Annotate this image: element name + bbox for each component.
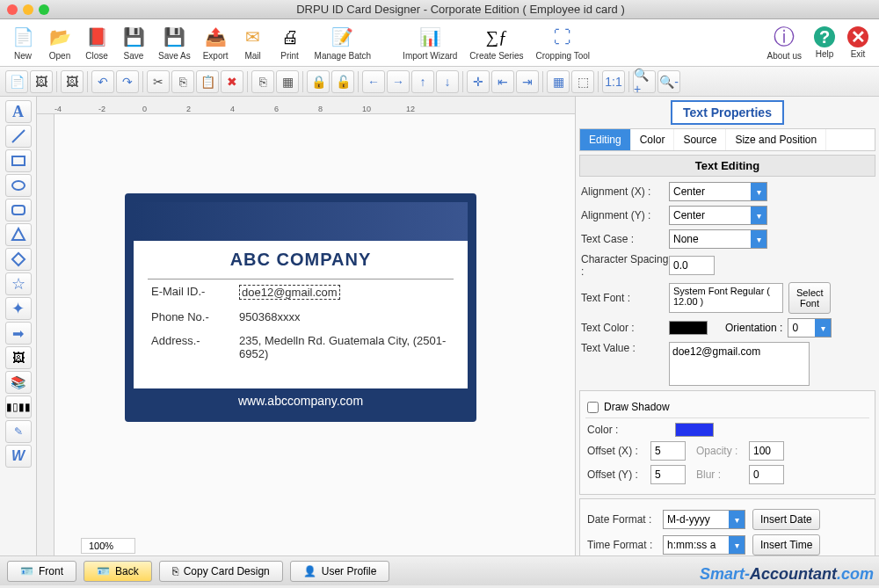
roundrect-tool[interactable] — [5, 199, 32, 221]
arrow-tool[interactable]: ➡ — [5, 322, 32, 345]
offy-input[interactable] — [650, 465, 686, 484]
shadow-checkbox[interactable] — [587, 402, 599, 413]
rect-tool[interactable] — [5, 149, 32, 172]
address-value[interactable]: 235, Medelln Rd. Guatemala City, (2501-6… — [239, 334, 450, 360]
burst-tool[interactable]: ✦ — [5, 297, 32, 320]
zoom-level[interactable]: 100% — [81, 538, 135, 554]
opacity-label: Opacity : — [696, 445, 749, 457]
export-button[interactable]: 📤Export — [198, 23, 234, 62]
back-side-button[interactable]: 🪪Back — [84, 561, 152, 582]
paste-icon[interactable]: 📋 — [196, 70, 219, 93]
barcode-tool[interactable]: ▮▯▮▮ — [5, 396, 32, 418]
import-wizard-button[interactable]: 📊Import Wizard — [397, 23, 462, 62]
actual-size-icon[interactable]: 1:1 — [602, 70, 625, 93]
save-button[interactable]: 💾Save — [116, 23, 151, 62]
id-card[interactable]: ABC COMPANY E-Mail ID.- doe12@gmail.com … — [125, 193, 476, 422]
aligny-select[interactable]: Center — [669, 206, 767, 225]
ellipse-tool[interactable] — [5, 174, 32, 197]
new-button[interactable]: 📄New — [5, 23, 40, 62]
image-icon[interactable]: 🖼 — [30, 70, 53, 93]
case-select[interactable]: None — [669, 229, 767, 249]
front-side-button[interactable]: 🪪Front — [7, 561, 76, 582]
undo-icon[interactable]: ↶ — [91, 70, 114, 93]
timeformat-select[interactable]: h:mm:ss a — [663, 535, 745, 555]
zoom-out-icon[interactable]: 🔍- — [657, 70, 680, 93]
align-left-icon[interactable]: ⇤ — [491, 70, 514, 93]
new-doc-icon[interactable]: 📄 — [5, 70, 28, 93]
blur-input[interactable] — [749, 465, 784, 484]
up-arrow-icon[interactable]: ↑ — [411, 70, 434, 93]
select-all-icon[interactable]: ⬚ — [571, 70, 594, 93]
left-arrow-icon[interactable]: ← — [362, 70, 385, 93]
signature-tool[interactable]: ✎ — [5, 420, 32, 443]
diamond-tool[interactable] — [5, 248, 32, 271]
duplicate-icon[interactable]: ⎘ — [251, 70, 274, 93]
textvalue-label: Text Value : — [581, 342, 669, 354]
image-tool[interactable]: 🖼 — [5, 346, 32, 369]
scolor-swatch[interactable] — [675, 423, 714, 437]
font-display: System Font Regular ( 12.00 ) — [669, 283, 783, 313]
help-button[interactable]: ?Help — [809, 25, 840, 61]
tab-source[interactable]: Source — [674, 129, 726, 150]
phone-value[interactable]: 950368xxxx — [239, 310, 450, 323]
close-button[interactable]: 📕Close — [79, 23, 114, 62]
mail-button[interactable]: ✉Mail — [236, 23, 271, 62]
cut-icon[interactable]: ✂ — [147, 70, 170, 93]
copy-design-button[interactable]: ⎘Copy Card Design — [159, 561, 283, 582]
insert-time-button[interactable]: Insert Time — [752, 534, 820, 555]
design-canvas[interactable]: ABC COMPANY E-Mail ID.- doe12@gmail.com … — [54, 114, 575, 555]
manage-batch-button[interactable]: 📝Manage Batch — [309, 23, 377, 62]
delete-icon[interactable]: ✖ — [221, 70, 243, 93]
email-label[interactable]: E-Mail ID.- — [151, 285, 239, 300]
zoom-in-icon[interactable]: 🔍+ — [633, 70, 656, 93]
maximize-window[interactable] — [39, 4, 49, 15]
alignx-select[interactable]: Center — [669, 182, 767, 201]
align-center-icon[interactable]: ✛ — [467, 70, 490, 93]
orientation-select[interactable]: 0 — [788, 318, 832, 338]
address-label[interactable]: Address.- — [151, 334, 239, 360]
saveas-button[interactable]: 💾Save As — [153, 23, 196, 62]
offx-input[interactable] — [650, 441, 686, 461]
minimize-window[interactable] — [23, 4, 33, 15]
tab-size[interactable]: Size and Position — [726, 129, 826, 150]
email-value[interactable]: doe12@gmail.com — [239, 285, 340, 300]
textvalue-input[interactable]: doe12@gmail.com — [669, 342, 810, 386]
triangle-tool[interactable] — [5, 223, 32, 246]
star-tool[interactable]: ☆ — [5, 272, 32, 295]
print-button[interactable]: 🖨Print — [272, 23, 308, 62]
line-tool[interactable] — [5, 125, 32, 148]
redo-icon[interactable]: ↷ — [116, 70, 139, 93]
opacity-input[interactable] — [749, 441, 784, 461]
grid-icon[interactable]: ▦ — [547, 70, 570, 93]
open-button[interactable]: 📂Open — [42, 23, 77, 62]
right-arrow-icon[interactable]: → — [387, 70, 410, 93]
unlock-icon[interactable]: 🔓 — [331, 70, 354, 93]
close-window[interactable] — [7, 4, 18, 15]
card-footer[interactable]: www.abccompany.com — [134, 388, 468, 413]
phone-label[interactable]: Phone No.- — [151, 310, 239, 323]
lock-icon[interactable]: 🔒 — [307, 70, 330, 93]
align-right-icon[interactable]: ⇥ — [516, 70, 539, 93]
about-button[interactable]: ⓘAbout us — [762, 23, 807, 62]
textcolor-swatch[interactable] — [669, 321, 708, 335]
insert-date-button[interactable]: Insert Date — [752, 509, 820, 530]
dateformat-select[interactable]: M-d-yyyy — [663, 510, 745, 529]
template-icon[interactable]: 🖼 — [61, 70, 84, 93]
select-font-button[interactable]: Select Font — [788, 282, 831, 314]
text-tool[interactable]: A — [5, 100, 32, 123]
copy-icon[interactable]: ⎘ — [171, 70, 194, 93]
tab-editing[interactable]: Editing — [580, 129, 631, 150]
layers-icon[interactable]: ▦ — [276, 70, 299, 93]
card-header — [134, 202, 468, 241]
down-arrow-icon[interactable]: ↓ — [436, 70, 459, 93]
company-name[interactable]: ABC COMPANY — [134, 241, 468, 279]
exit-button[interactable]: ✕Exit — [842, 25, 874, 61]
cropping-tool-button[interactable]: ⛶Cropping Tool — [530, 23, 595, 62]
wordart-tool[interactable]: W — [5, 445, 32, 468]
spacing-input[interactable] — [669, 256, 715, 275]
canvas-area: -4-2024681012 ABC COMPANY E-Mail ID.- do… — [37, 97, 576, 555]
library-tool[interactable]: 📚 — [5, 371, 32, 394]
user-profile-button[interactable]: 👤User Profile — [290, 561, 390, 582]
tab-color[interactable]: Color — [631, 129, 675, 150]
create-series-button[interactable]: ∑ƒCreate Series — [464, 23, 528, 62]
